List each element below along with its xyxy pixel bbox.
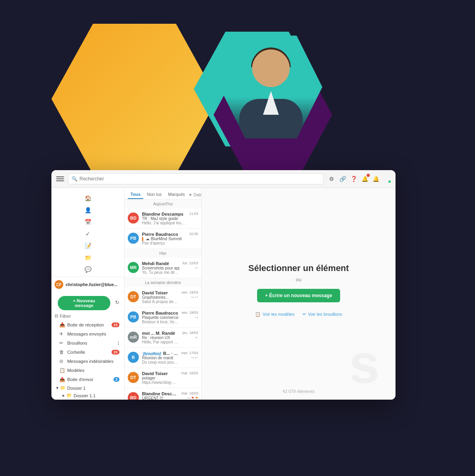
folder2-toggle[interactable]: ▸ 📁 Dossier 2 [51,399,124,400]
watermark: s [349,336,380,392]
flag-red-icon: ⚑ [191,396,194,400]
email-item[interactable]: DT David Toiser Graphisteries... Salut À… [125,287,201,307]
refresh-button[interactable]: ↻ [114,299,121,306]
sidebar-spam-1[interactable]: ⊘ Messages indésirables [53,357,123,366]
write-message-button[interactable]: + Écrire un nouveau message [257,289,340,302]
tab-non-lus[interactable]: Non lus [144,190,164,199]
forward-icon: ↪ [195,315,198,319]
view-models-label: Voir les modèles [263,312,295,317]
email-sender: Mehdi Randé [142,261,179,266]
sent-icon: ✈ [59,331,65,337]
email-item[interactable]: DT David Toiser potager https://www.blog… [125,368,201,388]
email-subject: Plaquette commerciale [142,315,178,320]
nav-calendar-icon[interactable]: 📅 [82,216,93,228]
sent-label: Messages envoyés [67,332,119,336]
email-avatar: DT [128,372,139,383]
sidebar-sent-1[interactable]: ✈ Messages envoyés [53,330,123,338]
email-time: ven. 19/03 [182,311,198,315]
email-item[interactable]: B [brouillon] B... · B. Descamps Réunion… [125,348,201,368]
email-time: mar. 16/03 [181,371,198,375]
email-preview: Hello, J'ai appliqué les changements... [142,221,186,225]
forward-icon: ↪ [191,295,194,299]
email-list: Tous Non lus Marqués ▼ Date Aujourd'hui … [125,188,202,400]
header-icons: ⚙ 🔗 ❓ 🔔 🔔 [327,175,391,183]
right-panel: Sélectionner un élément ou + Écrire un n… [202,188,396,400]
link-icon[interactable]: 🔗 [339,175,346,183]
alert-icon[interactable]: 🔔 [372,175,380,183]
email-time: 11:03 [189,212,198,216]
email-subject: URGENT !!! [142,396,178,400]
sidebar-drafts-1[interactable]: ✏ Brouillons 1 [53,339,123,347]
email-item[interactable]: PB Pierre Baudracco ▌ ☁ BlueMind Summit … [125,229,201,249]
tab-tous[interactable]: Tous [128,190,143,199]
notification-icon[interactable]: 🔔 [361,175,369,183]
nav-folder-icon[interactable]: 📁 [82,252,93,263]
email-time: jeu. 18/03 [182,331,198,335]
search-icon: 🔍 [72,176,78,182]
nav-chat-icon[interactable]: 💬 [82,264,93,275]
flag-orange-icon: ⚑ [195,396,198,400]
drafts-icon-link: ✏ [303,312,306,317]
trash-icon: 🗑 [59,349,65,355]
email-meta: 10:30 [189,232,198,245]
tab-date[interactable]: ▼ Date [189,193,202,197]
hamburger-menu[interactable] [56,176,64,181]
email-list-body: Aujourd'hui BD Blandine Descamps TR : Ma… [125,199,201,400]
email-item[interactable]: mR moi ... M. Randé Re : réunion UX Hell… [125,328,201,348]
view-drafts-link[interactable]: ✏ Voir les brouillons [303,312,342,317]
tab-marques[interactable]: Marqués [165,190,188,199]
view-drafts-label: Voir les brouillons [308,312,342,317]
right-panel-links: 📋 Voir les modèles ✏ Voir les brouillons [255,312,342,317]
drafts-label: Brouillons [67,341,115,345]
app-window: 🔍 ⚙ 🔗 ❓ 🔔 🔔 🏠 👤 📅 ✓ [51,170,396,400]
account1-header[interactable]: CF christophe.fuzier@blue... [51,279,124,290]
sidebar-trash-1[interactable]: 🗑 Corbeille 23 [53,348,123,357]
email-sender: moi ... M. Randé [142,331,179,336]
email-avatar: DT [128,291,139,302]
email-content: Pierre Baudracco ▌ ☁ BlueMind Summit Pas… [142,232,186,245]
email-item[interactable]: MR Mehdi Randé Screenshots pour appli Yo… [125,258,201,278]
folder1-icon: 📁 [60,385,66,391]
nav-task-icon[interactable]: ✓ [82,228,93,239]
status-dot [383,175,391,183]
folder1-label: Dossier 1 [67,386,85,391]
email-sender: Blandine Descamps [142,391,178,396]
email-preview: Du coup vous pouvez me... [142,360,178,364]
sidebar-outbox-1[interactable]: 📤 Boite d'envoi 2 [53,375,123,384]
folder1-toggle[interactable]: ▾ 📁 Dossier 1 [51,384,124,392]
template-icon: 📋 [59,368,65,373]
email-time: mer. 17/03 [181,351,198,355]
filter-bar[interactable]: ⊟ Filtrer [51,312,124,320]
email-subject: Re : réunion UX [142,336,179,340]
email-subject: Réunion de mardi [142,356,178,360]
email-icons: ↪ ↩ [191,295,198,299]
email-preview: Yo, Tu peux me dire ce que vo... [142,270,179,275]
sidebar: 🏠 👤 📅 ✓ 📝 📁 💬 CF christophe.fuzier@blue.… [51,188,125,400]
divider-hier: Hier [125,249,201,258]
email-meta: mer. 17/03 ↪ ↩ [181,351,198,364]
nav-contact-icon[interactable]: 👤 [82,205,93,216]
new-message-button[interactable]: + Nouveau message [58,296,110,310]
question-icon[interactable]: ❓ [350,175,358,183]
outbox-badge: 2 [114,377,119,382]
email-sender: Pierre Baudracco [142,311,178,315]
folder1-1-toggle[interactable]: ▸ 📁 Dossier 1.1 [51,392,124,399]
email-avatar: MR [128,262,139,273]
sidebar-inbox-1[interactable]: 📥 Boite de réception 23 [53,320,123,329]
nav-notes-icon[interactable]: 📝 [82,240,93,251]
view-models-link[interactable]: 📋 Voir les modèles [255,312,295,317]
date-label: Date [193,193,202,197]
email-item[interactable]: BD Blandine Descamps TR : MaJ style guid… [125,209,201,229]
email-sender: David Toiser [142,290,178,295]
nav-home-icon[interactable]: 🏠 [82,193,93,204]
account1-name: christophe.fuzier@blue... [66,282,117,287]
gear-icon[interactable]: ⚙ [327,175,335,183]
reply-icon: ↩ [195,336,198,339]
email-item[interactable]: PB Pierre Baudracco Plaquette commercial… [125,307,201,328]
email-item[interactable]: BD Blandine Descamps URGENT !!! Bonsoir,… [125,388,201,400]
sidebar-templates-1[interactable]: 📋 Modèles [53,366,123,375]
search-input[interactable] [79,176,320,182]
reply-icon: ↩ [195,295,198,299]
filter-icon: ⊟ [55,313,58,319]
models-icon: 📋 [255,312,261,317]
